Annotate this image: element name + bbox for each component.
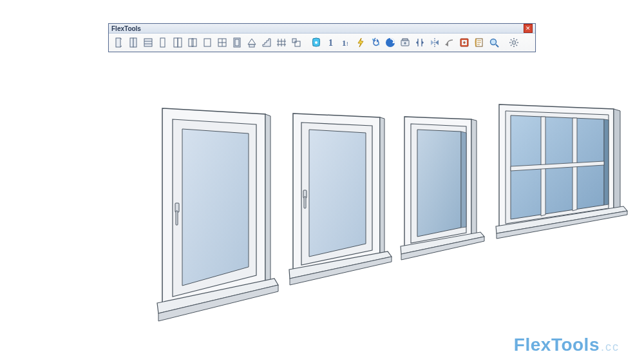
flexskylight-icon[interactable] [245, 35, 259, 50]
flexfence-icon[interactable] [274, 35, 289, 50]
svg-rect-53 [249, 44, 254, 47]
window-model-1[interactable] [157, 108, 278, 321]
svg-rect-38 [144, 39, 152, 46]
instance-single-icon[interactable]: 1 [324, 35, 338, 50]
svg-marker-52 [248, 39, 256, 44]
flexwindow-grid-icon[interactable] [215, 35, 229, 50]
svg-marker-76 [435, 40, 439, 45]
svg-marker-3 [182, 129, 249, 286]
svg-rect-37 [133, 38, 137, 47]
window-model-3[interactable] [401, 117, 484, 260]
svg-point-67 [378, 44, 379, 45]
flexwindow-sliding-icon[interactable] [185, 35, 200, 50]
svg-point-61 [315, 41, 317, 44]
instance-multi-icon[interactable]: 1! [339, 35, 353, 50]
refresh-all-icon[interactable] [368, 35, 383, 50]
flexscale-icon[interactable] [289, 35, 303, 50]
svg-rect-43 [178, 38, 182, 47]
window-model-4[interactable] [496, 104, 627, 239]
svg-marker-1 [265, 114, 270, 285]
reports-icon[interactable] [472, 35, 486, 50]
watermark: FlexTools.cc [514, 335, 620, 355]
reload-icon[interactable] [398, 35, 412, 50]
svg-rect-59 [292, 39, 296, 43]
svg-point-86 [512, 41, 516, 44]
flexdoor-single-icon[interactable] [111, 35, 126, 50]
componentfinder-icon[interactable] [309, 35, 323, 50]
toolbar-body: 1 1! [109, 34, 535, 52]
flexdoor-garage-icon[interactable] [141, 35, 155, 50]
svg-line-91 [511, 39, 512, 41]
mirror-icon[interactable] [428, 35, 442, 50]
toolbar-titlebar[interactable]: FlexTools ✕ [109, 24, 535, 34]
svg-marker-77 [445, 43, 448, 46]
svg-marker-75 [431, 40, 434, 45]
window-model-2[interactable] [289, 113, 392, 285]
svg-rect-71 [402, 39, 408, 41]
svg-text:1: 1 [342, 38, 346, 48]
close-icon[interactable]: ✕ [524, 24, 533, 33]
svg-marker-27 [604, 119, 609, 205]
svg-rect-44 [189, 39, 193, 46]
svg-line-92 [516, 45, 518, 46]
svg-marker-20 [461, 132, 466, 228]
svg-marker-73 [422, 41, 424, 44]
svg-text:1: 1 [328, 38, 333, 48]
wallcutter-icon[interactable] [383, 35, 397, 50]
flexdoor-double-icon[interactable] [126, 35, 140, 50]
svg-line-85 [496, 44, 498, 47]
svg-text:!: ! [346, 41, 348, 47]
svg-rect-41 [160, 38, 165, 47]
svg-marker-24 [614, 109, 620, 213]
svg-marker-9 [380, 117, 384, 258]
svg-marker-19 [417, 130, 461, 237]
separator [503, 36, 505, 49]
flexwindow-fixed-icon[interactable] [200, 35, 214, 50]
svg-rect-42 [174, 38, 178, 47]
settings-icon[interactable] [507, 35, 521, 50]
svg-point-84 [491, 39, 497, 45]
svg-rect-36 [130, 38, 133, 47]
svg-rect-46 [204, 39, 211, 46]
svg-point-66 [372, 39, 374, 40]
flexstair-icon[interactable] [260, 35, 274, 50]
flexwindow-single-icon[interactable] [156, 35, 170, 50]
convert-dynamic-icon[interactable] [457, 35, 471, 50]
svg-marker-17 [471, 119, 477, 239]
svg-rect-33 [116, 38, 120, 47]
arrow-left-icon[interactable] [442, 35, 457, 50]
flip-icon[interactable] [413, 35, 427, 50]
svg-rect-45 [192, 39, 196, 46]
watermark-suffix: .cc [601, 340, 620, 353]
svg-marker-11 [309, 130, 366, 257]
svg-line-93 [511, 45, 512, 46]
flexwall-opening-icon[interactable] [230, 35, 244, 50]
model-viewport[interactable] [0, 0, 644, 363]
svg-rect-5 [176, 211, 178, 225]
flextools-toolbar[interactable]: FlexTools ✕ 1 1! [108, 23, 536, 52]
zapper-icon[interactable] [354, 35, 368, 50]
svg-rect-13 [304, 197, 306, 208]
toolbar-title: FlexTools [111, 25, 141, 32]
svg-marker-72 [416, 41, 418, 44]
search-icon[interactable] [487, 35, 501, 50]
flexwindow-double-icon[interactable] [171, 35, 185, 50]
separator [305, 36, 307, 49]
svg-line-94 [516, 39, 518, 41]
watermark-brand: FlexTools [514, 335, 600, 355]
